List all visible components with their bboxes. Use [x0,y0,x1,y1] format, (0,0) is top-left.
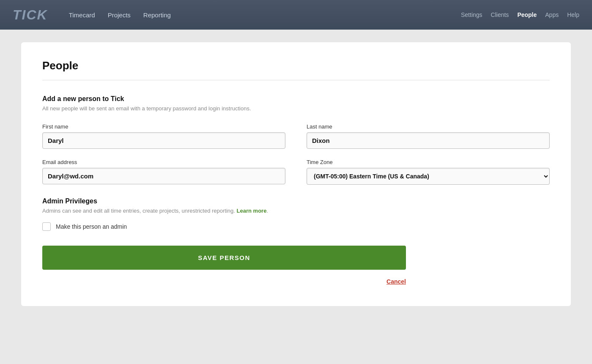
app-logo: TICK [13,7,48,23]
timezone-label: Time Zone [307,159,550,165]
admin-section: Admin Privileges Admins can see and edit… [42,197,550,231]
email-tz-row: Email address Time Zone (GMT-05:00) East… [42,159,550,185]
section-subtitle: All new people will be sent an email wit… [42,105,550,112]
last-name-group: Last name [307,123,550,149]
title-divider [42,80,550,80]
first-name-input[interactable] [42,132,285,149]
nav-timecard[interactable]: Timecard [69,11,95,19]
last-name-label: Last name [307,123,550,130]
email-group: Email address [42,159,285,185]
admin-title: Admin Privileges [42,197,550,205]
email-label: Email address [42,159,285,165]
right-nav-links: Settings Clients People Apps Help [461,11,579,18]
last-name-input[interactable] [307,132,550,149]
timezone-select[interactable]: (GMT-05:00) Eastern Time (US & Canada) (… [307,168,550,185]
admin-checkbox-row: Make this person an admin [42,222,550,231]
page-background: People Add a new person to Tick All new … [0,30,592,364]
email-input[interactable] [42,168,285,184]
first-name-group: First name [42,123,285,149]
section-title: Add a new person to Tick [42,95,550,103]
nav-reporting[interactable]: Reporting [143,11,171,19]
nav-people[interactable]: People [517,11,537,18]
nav-projects[interactable]: Projects [108,11,131,19]
nav-clients[interactable]: Clients [491,11,509,18]
main-card: People Add a new person to Tick All new … [21,42,571,306]
admin-checkbox[interactable] [42,222,51,231]
admin-subtitle: Admins can see and edit all time entries… [42,208,550,214]
main-nav: TICK Timecard Projects Reporting Setting… [0,0,592,30]
admin-checkbox-label: Make this person an admin [56,223,127,230]
add-person-section: Add a new person to Tick All new people … [42,95,550,185]
first-name-label: First name [42,123,285,130]
main-nav-links: Timecard Projects Reporting [69,11,461,19]
learn-more-link[interactable]: Learn more [237,208,267,214]
nav-settings[interactable]: Settings [461,11,482,18]
cancel-link[interactable]: Cancel [42,278,406,285]
save-person-button[interactable]: SAVE PERSON [42,246,406,270]
name-row: First name Last name [42,123,550,149]
page-title: People [42,59,550,72]
timezone-group: Time Zone (GMT-05:00) Eastern Time (US &… [307,159,550,185]
nav-help[interactable]: Help [567,11,579,18]
nav-apps[interactable]: Apps [545,11,559,18]
